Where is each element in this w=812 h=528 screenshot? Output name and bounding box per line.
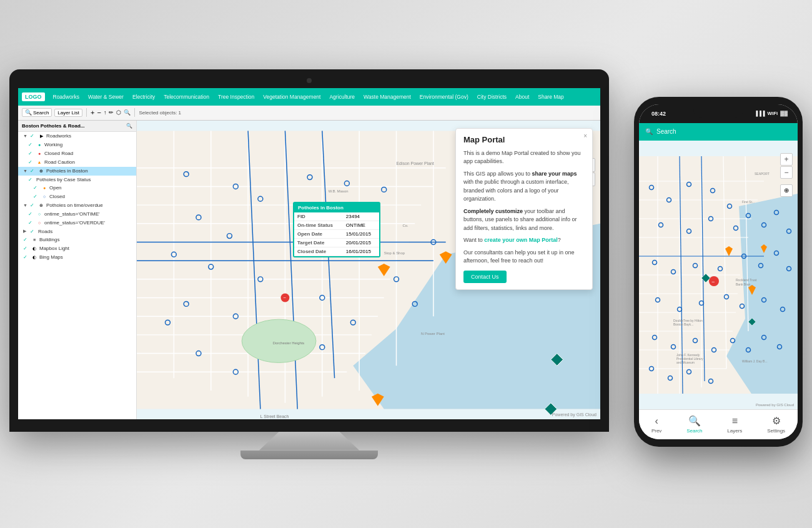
phone-zoom-in-button[interactable]: +: [780, 153, 793, 166]
layer-type-icon: ▲: [36, 159, 42, 166]
sidebar-search-icon[interactable]: 🔍: [126, 123, 132, 129]
phone-watermark: Powered by GIS Cloud: [756, 403, 794, 407]
check-icon: ✓: [28, 142, 34, 147]
nav-share-map[interactable]: Share Map: [535, 92, 567, 101]
tab-layers-label: Layers: [727, 428, 742, 434]
phone-screen: 08:42 ▐▐▐ WiFi ▓▓ 🔍 Search: [639, 104, 798, 439]
layer-open[interactable]: ✓ ● Open: [18, 184, 136, 192]
signal-icon: ▐▐▐: [755, 111, 765, 116]
expand-icon: ▼: [23, 134, 28, 138]
nav-environmental[interactable]: Environmental (Gov): [417, 92, 472, 101]
toolbar-plus-icon[interactable]: +: [91, 109, 94, 116]
check-icon: ✓: [28, 220, 34, 226]
toolbar-polygon-icon[interactable]: ⬡: [116, 109, 121, 116]
layers-icon: ≡: [732, 416, 738, 427]
check-icon: ✓: [23, 254, 29, 260]
desktop-monitor: LOGO Roadworks Water & Sewer Electricity…: [9, 69, 609, 459]
layer-name: Buildings: [39, 237, 59, 242]
desktop-watermark: Powered by GIS Cloud: [552, 412, 597, 417]
layer-mapbox-light[interactable]: ✓ ◐ Mapbox Light: [18, 244, 136, 253]
phone-location-button[interactable]: ⊕: [780, 184, 793, 197]
check-icon: ✓: [28, 159, 34, 165]
portal-link[interactable]: create your own Map Portal: [484, 237, 558, 243]
svg-text:SEAPORT: SEAPORT: [755, 172, 770, 176]
nav-vegetation[interactable]: Vegetation Management: [260, 92, 324, 101]
table-row: On-time Status ONTIME: [294, 221, 379, 229]
toolbar-separator: [86, 108, 87, 117]
layer-type-icon: ◐: [31, 246, 37, 252]
nav-telecom[interactable]: Telecommunication: [161, 92, 212, 101]
scene: LOGO Roadworks Water & Sewer Electricity…: [0, 57, 812, 472]
layer-closed-road[interactable]: ✓ ● Closed Road: [18, 149, 136, 158]
app-toolbar: 🔍 Search Layer List + − ↑ ✏ ⬡ 🔍 Selected…: [18, 106, 600, 121]
nav-roadworks[interactable]: Roadworks: [50, 92, 83, 101]
layer-buildings[interactable]: ✓ ■ Buildings: [18, 236, 136, 244]
monitor-stand: [259, 432, 359, 451]
tab-layers[interactable]: ≡ Layers: [722, 413, 747, 436]
svg-text:L Street Beach: L Street Beach: [260, 414, 289, 419]
phone-zoom-controls: + −: [780, 153, 793, 179]
layer-roads[interactable]: ▶ ✓ Roads: [18, 227, 136, 236]
phone-time: 08:42: [651, 111, 666, 117]
toolbar-pencil-icon[interactable]: ✏: [109, 109, 114, 116]
field-value: 15/01/2015: [343, 229, 379, 238]
search-icon: 🔍: [645, 128, 653, 135]
layer-type-icon: ⊕: [38, 202, 44, 209]
layer-potholes-case-status[interactable]: ✓ Potholes by Case Status: [18, 176, 136, 184]
layer-name: ontime_status='ONTIME': [44, 211, 100, 217]
map-area[interactable]: Edison Power Plant W.B. Mason Dorchester…: [137, 121, 600, 419]
phone-map-svg: − Rockland Trust Bank Bran... DoubleTree…: [639, 141, 798, 409]
layer-type-icon: ◐: [31, 254, 37, 261]
toolbar-minus-icon[interactable]: −: [97, 109, 101, 116]
monitor-camera: [307, 78, 312, 83]
phone-zoom-out-button[interactable]: −: [780, 166, 793, 179]
settings-icon: ⚙: [772, 415, 781, 427]
close-icon[interactable]: ×: [583, 132, 587, 139]
nav-city-districts[interactable]: City Districts: [474, 92, 510, 101]
svg-text:N Power Plant: N Power Plant: [421, 331, 445, 335]
layer-ontime[interactable]: ✓ ○ ontime_status='ONTIME': [18, 210, 136, 219]
layer-bing-maps[interactable]: ✓ ◐ Bing Maps: [18, 253, 136, 262]
toolbar-search2-icon[interactable]: 🔍: [124, 109, 131, 116]
popup-body: This is a demo Map Portal created to sho…: [463, 149, 585, 283]
layer-working[interactable]: ✓ ● Working: [18, 141, 136, 149]
field-key: On-time Status: [294, 221, 343, 229]
map-portal-popup: × Map Portal This is a demo Map Portal c…: [455, 128, 593, 290]
layer-potholes-time[interactable]: ▼ ✓ ⊕ Potholes on time/overdue: [18, 201, 136, 210]
nav-water-sewer[interactable]: Water & Sewer: [85, 92, 127, 101]
phone-notch: [693, 104, 743, 118]
feature-popup: Potholes in Boston FID 23494 On-time Sta…: [293, 202, 380, 257]
monitor-base: [240, 451, 378, 459]
layer-road-caution[interactable]: ✓ ▲ Road Caution: [18, 158, 136, 167]
toolbar-arrow-icon[interactable]: ↑: [104, 109, 107, 116]
svg-text:Dorchester Heights: Dorchester Heights: [273, 341, 305, 344]
nav-tree-inspection[interactable]: Tree Inspection: [215, 92, 257, 101]
mobile-phone: 08:42 ▐▐▐ WiFi ▓▓ 🔍 Search: [634, 97, 803, 447]
layer-overdue[interactable]: ✓ ○ ontime_status='OVERDUE': [18, 219, 136, 227]
nav-waste[interactable]: Waste Management: [360, 92, 414, 101]
expand-icon: ▼: [23, 203, 28, 207]
popup-para3: Completely customize your toolbar and bu…: [463, 207, 585, 233]
tab-search[interactable]: 🔍 Search: [681, 412, 707, 436]
svg-text:Rockland Trust: Rockland Trust: [736, 278, 757, 282]
layer-name: Road Caution: [44, 159, 75, 165]
toolbar-separator2: [134, 108, 135, 117]
field-key: Open Date: [294, 229, 343, 238]
app-navbar: LOGO Roadworks Water & Sewer Electricity…: [18, 88, 600, 106]
layer-list-button[interactable]: Layer List: [54, 109, 82, 117]
tab-settings[interactable]: ⚙ Settings: [762, 412, 790, 436]
nav-electricity[interactable]: Electricity: [129, 92, 158, 101]
layer-potholes-boston[interactable]: ▼ ✓ ⊕ Potholes in Boston: [18, 167, 136, 176]
phone-body: 08:42 ▐▐▐ WiFi ▓▓ 🔍 Search: [634, 97, 803, 447]
phone-bottom-bar: ‹ Prev 🔍 Search ≡ Layers ⚙ Settings: [639, 409, 798, 439]
layer-roadworks[interactable]: ▼ ✓ ▶ Roadworks: [18, 132, 136, 141]
contact-us-button[interactable]: Contact Us: [463, 271, 507, 283]
tab-prev[interactable]: ‹ Prev: [646, 413, 666, 436]
nav-about[interactable]: About: [512, 92, 532, 101]
field-value: ONTIME: [343, 221, 379, 229]
phone-map[interactable]: − Rockland Trust Bank Bran... DoubleTree…: [639, 141, 798, 409]
toolbar-search-box[interactable]: 🔍 Search: [22, 108, 52, 117]
phone-search-bar[interactable]: 🔍 Search: [639, 123, 798, 141]
layer-closed[interactable]: ✓ ○ Closed: [18, 192, 136, 201]
nav-agriculture[interactable]: Agriculture: [326, 92, 358, 101]
